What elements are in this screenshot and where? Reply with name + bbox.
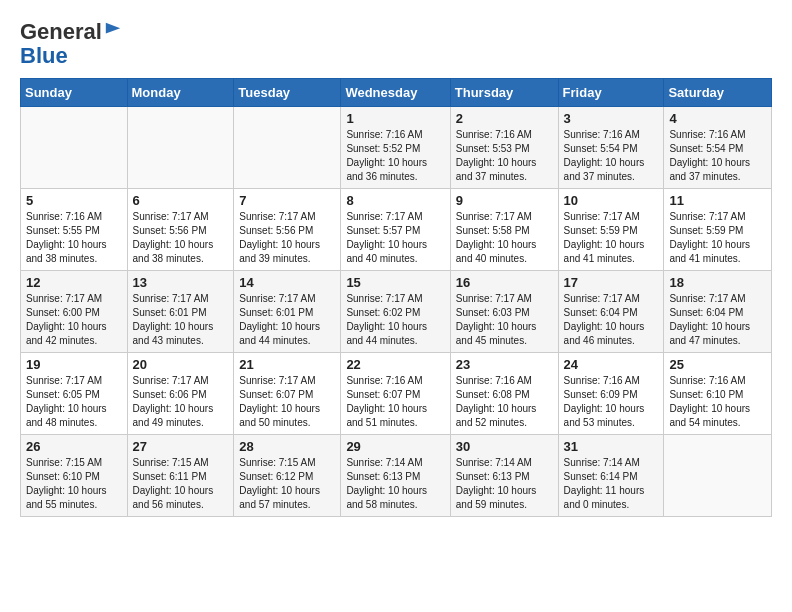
day-info: Sunrise: 7:17 AM Sunset: 6:04 PM Dayligh… — [669, 292, 766, 348]
calendar-day-cell: 19Sunrise: 7:17 AM Sunset: 6:05 PM Dayli… — [21, 353, 128, 435]
day-number: 10 — [564, 193, 659, 208]
day-info: Sunrise: 7:16 AM Sunset: 5:52 PM Dayligh… — [346, 128, 444, 184]
dow-header: Saturday — [664, 79, 772, 107]
day-info: Sunrise: 7:15 AM Sunset: 6:10 PM Dayligh… — [26, 456, 122, 512]
calendar-day-cell: 3Sunrise: 7:16 AM Sunset: 5:54 PM Daylig… — [558, 107, 664, 189]
calendar-day-cell: 12Sunrise: 7:17 AM Sunset: 6:00 PM Dayli… — [21, 271, 128, 353]
calendar-body: 1Sunrise: 7:16 AM Sunset: 5:52 PM Daylig… — [21, 107, 772, 517]
calendar-day-cell: 30Sunrise: 7:14 AM Sunset: 6:13 PM Dayli… — [450, 435, 558, 517]
calendar-day-cell: 31Sunrise: 7:14 AM Sunset: 6:14 PM Dayli… — [558, 435, 664, 517]
day-number: 26 — [26, 439, 122, 454]
day-info: Sunrise: 7:16 AM Sunset: 6:10 PM Dayligh… — [669, 374, 766, 430]
calendar-day-cell: 14Sunrise: 7:17 AM Sunset: 6:01 PM Dayli… — [234, 271, 341, 353]
day-info: Sunrise: 7:15 AM Sunset: 6:11 PM Dayligh… — [133, 456, 229, 512]
day-number: 28 — [239, 439, 335, 454]
day-number: 6 — [133, 193, 229, 208]
calendar-day-cell: 28Sunrise: 7:15 AM Sunset: 6:12 PM Dayli… — [234, 435, 341, 517]
day-number: 20 — [133, 357, 229, 372]
day-info: Sunrise: 7:17 AM Sunset: 6:00 PM Dayligh… — [26, 292, 122, 348]
day-number: 15 — [346, 275, 444, 290]
day-number: 9 — [456, 193, 553, 208]
day-number: 2 — [456, 111, 553, 126]
calendar-day-cell: 17Sunrise: 7:17 AM Sunset: 6:04 PM Dayli… — [558, 271, 664, 353]
day-info: Sunrise: 7:17 AM Sunset: 5:59 PM Dayligh… — [669, 210, 766, 266]
calendar-day-cell — [234, 107, 341, 189]
day-info: Sunrise: 7:17 AM Sunset: 6:06 PM Dayligh… — [133, 374, 229, 430]
calendar-day-cell: 29Sunrise: 7:14 AM Sunset: 6:13 PM Dayli… — [341, 435, 450, 517]
day-number: 16 — [456, 275, 553, 290]
calendar-day-cell — [21, 107, 128, 189]
calendar-day-cell: 22Sunrise: 7:16 AM Sunset: 6:07 PM Dayli… — [341, 353, 450, 435]
calendar-day-cell: 10Sunrise: 7:17 AM Sunset: 5:59 PM Dayli… — [558, 189, 664, 271]
day-info: Sunrise: 7:16 AM Sunset: 6:08 PM Dayligh… — [456, 374, 553, 430]
day-number: 5 — [26, 193, 122, 208]
day-number: 29 — [346, 439, 444, 454]
calendar-week-row: 5Sunrise: 7:16 AM Sunset: 5:55 PM Daylig… — [21, 189, 772, 271]
day-number: 25 — [669, 357, 766, 372]
day-info: Sunrise: 7:17 AM Sunset: 6:03 PM Dayligh… — [456, 292, 553, 348]
days-of-week-row: SundayMondayTuesdayWednesdayThursdayFrid… — [21, 79, 772, 107]
day-info: Sunrise: 7:17 AM Sunset: 5:57 PM Dayligh… — [346, 210, 444, 266]
day-number: 12 — [26, 275, 122, 290]
calendar-week-row: 19Sunrise: 7:17 AM Sunset: 6:05 PM Dayli… — [21, 353, 772, 435]
day-number: 8 — [346, 193, 444, 208]
day-number: 17 — [564, 275, 659, 290]
calendar-day-cell: 21Sunrise: 7:17 AM Sunset: 6:07 PM Dayli… — [234, 353, 341, 435]
calendar-day-cell: 18Sunrise: 7:17 AM Sunset: 6:04 PM Dayli… — [664, 271, 772, 353]
day-number: 21 — [239, 357, 335, 372]
day-number: 23 — [456, 357, 553, 372]
day-info: Sunrise: 7:17 AM Sunset: 6:07 PM Dayligh… — [239, 374, 335, 430]
dow-header: Sunday — [21, 79, 128, 107]
svg-marker-0 — [106, 23, 120, 34]
calendar-day-cell: 23Sunrise: 7:16 AM Sunset: 6:08 PM Dayli… — [450, 353, 558, 435]
day-info: Sunrise: 7:17 AM Sunset: 6:05 PM Dayligh… — [26, 374, 122, 430]
day-number: 13 — [133, 275, 229, 290]
dow-header: Friday — [558, 79, 664, 107]
day-info: Sunrise: 7:17 AM Sunset: 5:59 PM Dayligh… — [564, 210, 659, 266]
day-info: Sunrise: 7:16 AM Sunset: 6:07 PM Dayligh… — [346, 374, 444, 430]
dow-header: Thursday — [450, 79, 558, 107]
day-info: Sunrise: 7:16 AM Sunset: 5:54 PM Dayligh… — [669, 128, 766, 184]
calendar-day-cell: 24Sunrise: 7:16 AM Sunset: 6:09 PM Dayli… — [558, 353, 664, 435]
dow-header: Wednesday — [341, 79, 450, 107]
day-number: 14 — [239, 275, 335, 290]
day-info: Sunrise: 7:17 AM Sunset: 6:04 PM Dayligh… — [564, 292, 659, 348]
logo-blue: Blue — [20, 43, 68, 68]
day-number: 1 — [346, 111, 444, 126]
dow-header: Tuesday — [234, 79, 341, 107]
day-info: Sunrise: 7:17 AM Sunset: 6:01 PM Dayligh… — [239, 292, 335, 348]
calendar-table: SundayMondayTuesdayWednesdayThursdayFrid… — [20, 78, 772, 517]
logo-flag-icon — [104, 21, 122, 39]
calendar-day-cell: 5Sunrise: 7:16 AM Sunset: 5:55 PM Daylig… — [21, 189, 128, 271]
calendar-day-cell: 11Sunrise: 7:17 AM Sunset: 5:59 PM Dayli… — [664, 189, 772, 271]
calendar-day-cell: 25Sunrise: 7:16 AM Sunset: 6:10 PM Dayli… — [664, 353, 772, 435]
calendar-day-cell: 27Sunrise: 7:15 AM Sunset: 6:11 PM Dayli… — [127, 435, 234, 517]
calendar-day-cell — [127, 107, 234, 189]
day-info: Sunrise: 7:16 AM Sunset: 5:55 PM Dayligh… — [26, 210, 122, 266]
day-number: 7 — [239, 193, 335, 208]
calendar-day-cell: 15Sunrise: 7:17 AM Sunset: 6:02 PM Dayli… — [341, 271, 450, 353]
logo-general: General — [20, 19, 102, 44]
day-info: Sunrise: 7:17 AM Sunset: 5:58 PM Dayligh… — [456, 210, 553, 266]
calendar-day-cell: 20Sunrise: 7:17 AM Sunset: 6:06 PM Dayli… — [127, 353, 234, 435]
calendar-day-cell: 26Sunrise: 7:15 AM Sunset: 6:10 PM Dayli… — [21, 435, 128, 517]
calendar-day-cell: 16Sunrise: 7:17 AM Sunset: 6:03 PM Dayli… — [450, 271, 558, 353]
calendar-day-cell: 1Sunrise: 7:16 AM Sunset: 5:52 PM Daylig… — [341, 107, 450, 189]
calendar-day-cell: 9Sunrise: 7:17 AM Sunset: 5:58 PM Daylig… — [450, 189, 558, 271]
page-header: General Blue — [20, 20, 772, 68]
day-number: 24 — [564, 357, 659, 372]
calendar-day-cell: 6Sunrise: 7:17 AM Sunset: 5:56 PM Daylig… — [127, 189, 234, 271]
day-info: Sunrise: 7:17 AM Sunset: 5:56 PM Dayligh… — [239, 210, 335, 266]
calendar-day-cell: 13Sunrise: 7:17 AM Sunset: 6:01 PM Dayli… — [127, 271, 234, 353]
calendar-day-cell: 2Sunrise: 7:16 AM Sunset: 5:53 PM Daylig… — [450, 107, 558, 189]
day-info: Sunrise: 7:15 AM Sunset: 6:12 PM Dayligh… — [239, 456, 335, 512]
calendar-day-cell: 8Sunrise: 7:17 AM Sunset: 5:57 PM Daylig… — [341, 189, 450, 271]
day-number: 30 — [456, 439, 553, 454]
day-number: 4 — [669, 111, 766, 126]
day-info: Sunrise: 7:14 AM Sunset: 6:13 PM Dayligh… — [346, 456, 444, 512]
day-number: 19 — [26, 357, 122, 372]
calendar-day-cell: 4Sunrise: 7:16 AM Sunset: 5:54 PM Daylig… — [664, 107, 772, 189]
dow-header: Monday — [127, 79, 234, 107]
day-number: 27 — [133, 439, 229, 454]
day-number: 3 — [564, 111, 659, 126]
